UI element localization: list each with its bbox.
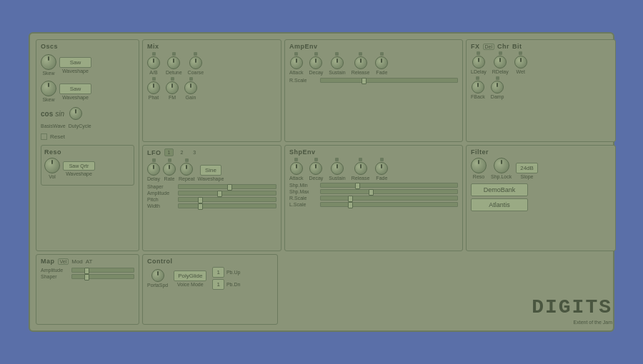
lfo-tab-3[interactable]: 3 — [189, 148, 199, 156]
ampenv-panel: AmpEnv Attack Decay Sustain Release — [284, 39, 463, 142]
lfo-tab-1[interactable]: 1 — [164, 148, 174, 156]
fx-fback-knob[interactable] — [472, 81, 484, 93]
fx-del-badge[interactable]: Del — [483, 44, 495, 50]
shp-sustain-knob[interactable] — [331, 162, 344, 175]
ae-decay-knob[interactable] — [309, 56, 322, 69]
filter-bank-btn[interactable]: DemoBank — [471, 183, 528, 196]
pbup-row: 1 Pb.Up — [212, 267, 240, 278]
filter-reso-knob[interactable] — [471, 158, 487, 173]
osc1-skew-group: Skew — [41, 54, 56, 76]
shp-max-track[interactable] — [320, 189, 458, 194]
map-header: Map Vel Mod AT — [41, 258, 134, 265]
shp-max-thumb[interactable] — [369, 189, 374, 196]
lfo-sine-btn[interactable]: Sine — [200, 165, 221, 176]
lfo-repeat-knob[interactable] — [180, 163, 193, 176]
pbup-btn[interactable]: 1 — [212, 267, 224, 278]
mix-fm-knob[interactable] — [166, 81, 179, 94]
osc2-wave-btn[interactable]: Saw — [59, 84, 91, 94]
ae-sustain-knob[interactable] — [331, 56, 344, 69]
ae-rscale-track[interactable] — [320, 78, 458, 83]
map-shaper-thumb[interactable] — [84, 274, 89, 280]
shp-release-knob[interactable] — [354, 162, 367, 175]
reso-vol-knob[interactable] — [44, 158, 60, 173]
shp-rscale-thumb[interactable] — [348, 196, 353, 202]
shp-decay-knob[interactable] — [309, 162, 322, 175]
mix-phat-knob[interactable] — [147, 81, 160, 94]
ae-attack-ind — [294, 52, 298, 56]
shp-min-track[interactable] — [320, 183, 458, 188]
control-row: PortaSpd PolyGlide Voice Mode 1 Pb.Up 1 … — [147, 267, 273, 290]
shp-min-thumb[interactable] — [355, 183, 360, 189]
filter-slope-btn[interactable]: 24dB — [516, 163, 538, 173]
fx-wet-knob[interactable] — [514, 56, 527, 69]
polyglide-btn[interactable]: PolyGlide — [174, 271, 206, 281]
ae-attack-knob[interactable] — [290, 56, 303, 69]
lfo-rate-ind — [168, 158, 171, 162]
filter-slope-group: 24dB Slope — [516, 163, 538, 179]
filter-shplock-knob[interactable] — [494, 158, 509, 173]
mix-row1: A/B Detune Coarse — [147, 52, 276, 75]
map-vel-tab[interactable]: Vel — [58, 258, 69, 265]
shp-fade-knob[interactable] — [375, 162, 388, 175]
shp-lscale-track[interactable] — [320, 202, 458, 207]
lfo-width-thumb[interactable] — [198, 203, 203, 210]
duty-knob[interactable] — [69, 107, 82, 120]
mix-coarse-knob[interactable] — [189, 56, 202, 69]
mix-panel: Mix A/B Detune Coarse Phat — [142, 39, 281, 142]
portaspd-knob[interactable] — [151, 269, 164, 282]
mix-gain-ind — [189, 77, 193, 81]
mix-detune-group: Detune — [166, 52, 182, 75]
reset-checkbox[interactable] — [41, 133, 47, 140]
shp-attack-knob[interactable] — [290, 162, 303, 175]
lfo-shaper-label: Shaper — [147, 184, 176, 189]
reso-wave-label: Waveshape — [66, 171, 92, 176]
lfo-tab-2[interactable]: 2 — [176, 148, 186, 156]
pbdn-row: 1 Pb.Dn — [212, 279, 240, 290]
map-mod-tab[interactable]: Mod — [71, 258, 83, 265]
lfo-shaper-track[interactable] — [178, 184, 276, 189]
lfo-pitch-track[interactable] — [178, 197, 276, 202]
pbdn-btn[interactable]: 1 — [212, 279, 224, 290]
fx-damp-knob[interactable] — [491, 81, 504, 93]
shp-fade-label: Fade — [376, 176, 387, 181]
shp-lscale-row: L.Scale — [289, 202, 458, 207]
shp-sustain-label: Sustain — [329, 176, 345, 181]
mix-gain-label: Gain — [186, 95, 196, 100]
lfo-delay-knob[interactable] — [147, 163, 160, 176]
mix-ab-knob[interactable] — [147, 56, 160, 69]
mix-detune-knob[interactable] — [167, 56, 180, 69]
lfo-pitch-thumb[interactable] — [198, 197, 203, 203]
fx-bit-label: Bit — [512, 43, 522, 50]
reso-vol-group: Vol — [44, 158, 60, 179]
ae-rscale-thumb[interactable] — [362, 78, 367, 84]
map-at-tab[interactable]: AT — [86, 258, 93, 265]
lfo-amplitude-track[interactable] — [178, 191, 276, 196]
shp-decay-label: Decay — [309, 176, 323, 181]
ampenv-release: Release — [352, 52, 370, 75]
ae-fade-knob[interactable] — [375, 56, 388, 69]
map-amplitude-track[interactable] — [71, 268, 134, 273]
lfo-rate-knob[interactable] — [163, 163, 176, 176]
fx-rdelay-knob[interactable] — [494, 56, 507, 69]
ae-release-knob[interactable] — [354, 56, 367, 69]
shp-rscale-track[interactable] — [320, 196, 458, 201]
control-label: Control — [147, 258, 273, 265]
map-amplitude-thumb[interactable] — [84, 268, 89, 274]
filter-preset-btn[interactable]: Atlantis — [471, 198, 528, 211]
lfo-header: LFO 1 2 3 — [147, 148, 276, 156]
sin-label: sin — [55, 110, 64, 118]
fx-rdelay: RDelay — [492, 51, 509, 74]
fx-ldelay-knob[interactable] — [472, 56, 485, 69]
reso-wave-btn[interactable]: Saw Qrtr — [63, 161, 95, 171]
lfo-amplitude-thumb[interactable] — [217, 191, 222, 197]
osc1-skew-knob[interactable] — [41, 54, 56, 70]
map-shaper-track[interactable] — [71, 274, 134, 279]
oscs-label: Oscs — [41, 43, 134, 50]
lfo-width-track[interactable] — [178, 203, 276, 208]
lfo-shaper-thumb[interactable] — [227, 184, 232, 191]
osc1-wave-btn[interactable]: Saw — [59, 57, 91, 68]
shp-attack-label: Attack — [289, 176, 303, 181]
mix-gain-knob[interactable] — [184, 81, 197, 94]
shp-lscale-thumb[interactable] — [348, 202, 353, 208]
osc2-skew-knob[interactable] — [41, 81, 56, 96]
